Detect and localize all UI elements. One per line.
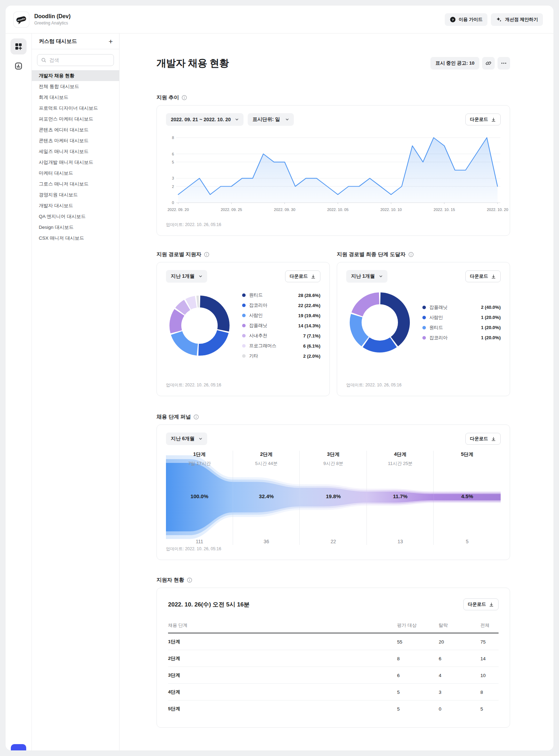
sidebar-search[interactable] bbox=[37, 54, 114, 66]
trend-section-title: 지원 추이 bbox=[157, 94, 179, 101]
period-value: 지난 1개월 bbox=[351, 273, 375, 279]
table-row[interactable]: 3단계 6 4 10 bbox=[168, 667, 499, 684]
table-row[interactable]: 4단계 5 3 8 bbox=[168, 684, 499, 700]
final-download-button[interactable]: 다운로드 bbox=[465, 270, 501, 282]
svg-text:2: 2 bbox=[172, 184, 174, 189]
sidebar-item-management-support[interactable]: 경영지원 대시보드 bbox=[32, 189, 119, 200]
display-unit-dropdown[interactable]: 표시단위: 일 bbox=[248, 113, 294, 126]
share-link-button[interactable] bbox=[482, 57, 495, 70]
reports-nav-icon[interactable] bbox=[14, 61, 23, 72]
dashboards-nav-icon[interactable] bbox=[10, 38, 27, 54]
sidebar-item-csx-manager[interactable]: CSX 매니저 대시보드 bbox=[32, 233, 119, 243]
table-row[interactable]: 2단계 8 6 14 bbox=[168, 650, 499, 667]
search-input[interactable] bbox=[49, 57, 110, 63]
legend-item: 기타2 (2.0%) bbox=[242, 352, 320, 359]
table-row[interactable]: 1단계 55 20 75 bbox=[168, 633, 499, 650]
doodlin-logo-icon: doodlin bbox=[13, 12, 29, 28]
applicant-status-table: 채용 단계 평가 대상 탈락 전체 1단계 55 20 bbox=[168, 619, 499, 717]
download-icon bbox=[491, 436, 496, 442]
info-icon[interactable] bbox=[187, 577, 193, 583]
info-icon[interactable] bbox=[193, 414, 199, 420]
funnel-percent-labels: 100.0% 32.4% 19.8% 11.7% 4.5% bbox=[166, 493, 501, 499]
more-menu-button[interactable] bbox=[498, 57, 510, 70]
status-download-button[interactable]: 다운로드 bbox=[463, 598, 499, 610]
sources-download-button[interactable]: 다운로드 bbox=[285, 270, 320, 282]
applications-trend-chart[interactable]: 0235682022. 09. 202022. 09. 252022. 09. … bbox=[166, 134, 501, 217]
final-updated-text: 업데이트: 2022. 10. 26, 05:16 bbox=[346, 382, 501, 388]
sidebar-item-sales-manager[interactable]: 세일즈 매니저 대시보드 bbox=[32, 146, 119, 157]
sidebar-item-developer[interactable]: 개발자 대시보드 bbox=[32, 200, 119, 211]
svg-text:?: ? bbox=[452, 17, 454, 21]
svg-text:2022. 10. 10: 2022. 10. 10 bbox=[380, 208, 402, 212]
section-applicants-by-source: 지원 경로별 지원자 지난 1개월 bbox=[157, 251, 330, 396]
app-subtitle: Greeting Analytics bbox=[34, 21, 71, 26]
download-icon bbox=[491, 274, 496, 279]
sidebar-item-content-marketer[interactable]: 콘텐츠 마케터 대시보드 bbox=[32, 135, 119, 146]
sidebar-item-dev-hiring-status[interactable]: 개발자 채용 현황 bbox=[32, 70, 119, 81]
svg-text:0: 0 bbox=[172, 201, 174, 205]
info-icon[interactable] bbox=[204, 252, 210, 257]
sidebar-item-marketer[interactable]: 마케터 대시보드 bbox=[32, 168, 119, 179]
download-icon bbox=[489, 602, 494, 607]
hiring-funnel-chart[interactable]: 1단계7일 17시간 2단계5시간 44분 3단계9시간 8분 4단계11시간 … bbox=[166, 451, 501, 545]
info-icon[interactable] bbox=[181, 95, 187, 101]
suggest-improvement-button[interactable]: 개선점 제안하기 bbox=[491, 13, 543, 26]
funnel-updated-text: 업데이트: 2022. 10. 26, 05:16 bbox=[166, 546, 501, 552]
active-postings-badge[interactable]: 표시 중인 공고: 10 bbox=[430, 57, 479, 70]
download-label: 다운로드 bbox=[470, 273, 488, 279]
legend-dot bbox=[422, 336, 426, 340]
top-actions: ? 이용 가이드 개선점 제안하기 bbox=[445, 13, 543, 26]
sidebar-item-overall[interactable]: 전체 통합 대시보드 bbox=[32, 81, 119, 92]
download-label: 다운로드 bbox=[468, 601, 486, 608]
svg-text:2022. 09. 25: 2022. 09. 25 bbox=[221, 208, 242, 212]
table-row[interactable]: 5단계 5 0 5 bbox=[168, 700, 499, 717]
applicants-by-source-donut-chart[interactable] bbox=[169, 295, 230, 356]
sidebar-item-content-editor[interactable]: 콘텐츠 에디터 대시보드 bbox=[32, 124, 119, 135]
legend-dot bbox=[422, 326, 426, 329]
dashboard-list: 개발자 채용 현황 전체 통합 대시보드 회계 대시보드 프로덕트 디자이너 대… bbox=[32, 70, 119, 243]
sources-section-title: 지원 경로별 지원자 bbox=[157, 251, 201, 258]
sidebar-item-accounting[interactable]: 회계 대시보드 bbox=[32, 92, 119, 103]
guide-button[interactable]: ? 이용 가이드 bbox=[445, 13, 488, 26]
legend-item: 잡플래닛14 (14.3%) bbox=[242, 322, 320, 329]
final-stage-donut-chart[interactable] bbox=[349, 292, 411, 353]
sidebar-item-qa-engineer[interactable]: QA 엔지니어 대시보드 bbox=[32, 211, 119, 222]
final-period-dropdown[interactable]: 지난 1개월 bbox=[346, 270, 387, 283]
sidebar-item-product-designer[interactable]: 프로덕트 디자이너 대시보드 bbox=[32, 103, 119, 114]
app-name: Doodlin (Dev) bbox=[34, 13, 71, 20]
section-final-stage-by-source: 지원 경로별 최종 단계 도달자 지난 1개월 bbox=[337, 251, 510, 396]
legend-item: 잡플래닛2 (40.0%) bbox=[422, 304, 501, 311]
chevron-down-icon bbox=[285, 117, 290, 122]
sidebar-item-bizdev-manager[interactable]: 사업개발 매니저 대시보드 bbox=[32, 157, 119, 168]
date-range-dropdown[interactable]: 2022. 09. 21 ~ 2022. 10. 20 bbox=[166, 113, 244, 126]
svg-text:2022. 10. 05: 2022. 10. 05 bbox=[327, 208, 348, 212]
section-application-trend: 지원 추이 2022. 09. 21 ~ 2022. 10. 20 bbox=[157, 94, 510, 236]
profile-badge[interactable] bbox=[11, 744, 26, 750]
svg-text:2022. 09. 30: 2022. 09. 30 bbox=[274, 208, 295, 212]
legend-dot bbox=[242, 324, 246, 327]
sidebar: 커스텀 대시보드 + 개발자 채용 현황 전체 통합 대시보드 회계 대시보드 … bbox=[32, 34, 119, 750]
sources-period-dropdown[interactable]: 지난 1개월 bbox=[166, 270, 207, 283]
download-icon bbox=[491, 117, 496, 122]
trend-download-button[interactable]: 다운로드 bbox=[465, 114, 501, 125]
funnel-download-button[interactable]: 다운로드 bbox=[465, 433, 501, 445]
legend-dot bbox=[242, 334, 246, 337]
legend-dot bbox=[422, 316, 426, 319]
sources-updated-text: 업데이트: 2022. 10. 26, 05:16 bbox=[166, 382, 320, 388]
date-range-value: 2022. 09. 21 ~ 2022. 10. 20 bbox=[171, 117, 231, 122]
question-icon: ? bbox=[450, 16, 456, 23]
section-hiring-funnel: 채용 단계 퍼널 지난 6개월 다운로드 bbox=[157, 414, 510, 560]
period-value: 지난 1개월 bbox=[171, 273, 195, 279]
svg-text:5: 5 bbox=[172, 160, 174, 164]
table-header-row: 채용 단계 평가 대상 탈락 전체 bbox=[168, 619, 499, 633]
legend-item: 사내추천7 (7.1%) bbox=[242, 332, 320, 339]
funnel-count-labels: 111 36 22 13 5 bbox=[166, 539, 501, 544]
svg-text:2022. 10. 20: 2022. 10. 20 bbox=[487, 208, 508, 212]
sidebar-item-design[interactable]: Design 대시보드 bbox=[32, 222, 119, 233]
sidebar-item-growth-manager[interactable]: 그로스 매니저 대시보드 bbox=[32, 179, 119, 189]
funnel-period-dropdown[interactable]: 지난 6개월 bbox=[166, 432, 207, 445]
sidebar-item-performance-marketer[interactable]: 퍼포먼스 마케터 대시보드 bbox=[32, 114, 119, 124]
display-unit-value: 표시단위: 일 bbox=[253, 116, 280, 123]
add-dashboard-button[interactable]: + bbox=[109, 38, 113, 45]
info-icon[interactable] bbox=[408, 252, 414, 257]
